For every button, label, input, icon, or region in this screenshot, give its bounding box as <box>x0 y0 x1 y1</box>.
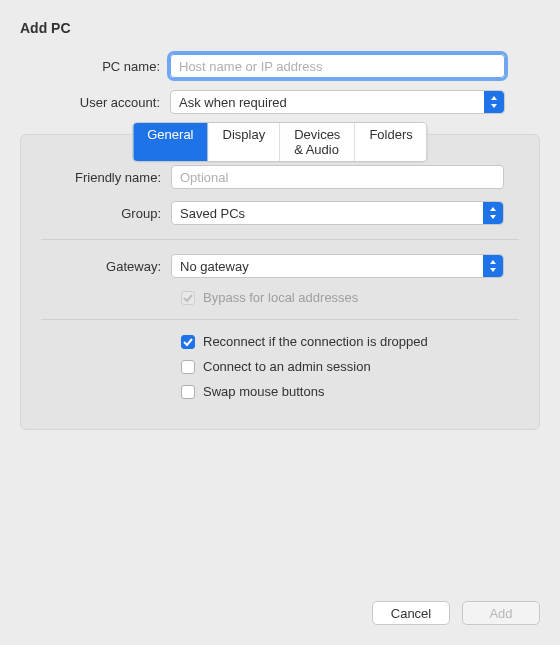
divider <box>41 319 519 320</box>
tab-general[interactable]: General <box>133 123 208 161</box>
tab-bar: General Display Devices & Audio Folders <box>132 122 427 162</box>
bypass-checkbox <box>181 291 195 305</box>
chevron-updown-icon <box>484 91 504 113</box>
dialog-title: Add PC <box>20 20 540 36</box>
tab-devices-audio[interactable]: Devices & Audio <box>280 123 355 161</box>
reconnect-checkbox[interactable] <box>181 335 195 349</box>
user-account-label: User account: <box>20 95 170 110</box>
tab-display[interactable]: Display <box>209 123 281 161</box>
admin-checkbox[interactable] <box>181 360 195 374</box>
gateway-label: Gateway: <box>21 259 171 274</box>
pc-name-input[interactable] <box>170 54 505 78</box>
user-account-select[interactable]: Ask when required <box>170 90 505 114</box>
gateway-value: No gateway <box>180 259 249 274</box>
chevron-updown-icon <box>483 255 503 277</box>
chevron-updown-icon <box>483 202 503 224</box>
user-account-value: Ask when required <box>179 95 287 110</box>
gateway-select[interactable]: No gateway <box>171 254 504 278</box>
divider <box>41 239 519 240</box>
group-select[interactable]: Saved PCs <box>171 201 504 225</box>
group-value: Saved PCs <box>180 206 245 221</box>
settings-panel: General Display Devices & Audio Folders … <box>20 134 540 430</box>
dialog-footer: Cancel Add <box>372 601 540 625</box>
group-label: Group: <box>21 206 171 221</box>
swap-mouse-checkbox[interactable] <box>181 385 195 399</box>
swap-mouse-label: Swap mouse buttons <box>203 384 324 399</box>
bypass-label: Bypass for local addresses <box>203 290 358 305</box>
tab-folders[interactable]: Folders <box>355 123 426 161</box>
reconnect-label: Reconnect if the connection is dropped <box>203 334 428 349</box>
admin-label: Connect to an admin session <box>203 359 371 374</box>
friendly-name-input[interactable] <box>171 165 504 189</box>
cancel-button[interactable]: Cancel <box>372 601 450 625</box>
pc-name-label: PC name: <box>20 59 170 74</box>
friendly-name-label: Friendly name: <box>21 170 171 185</box>
add-button: Add <box>462 601 540 625</box>
